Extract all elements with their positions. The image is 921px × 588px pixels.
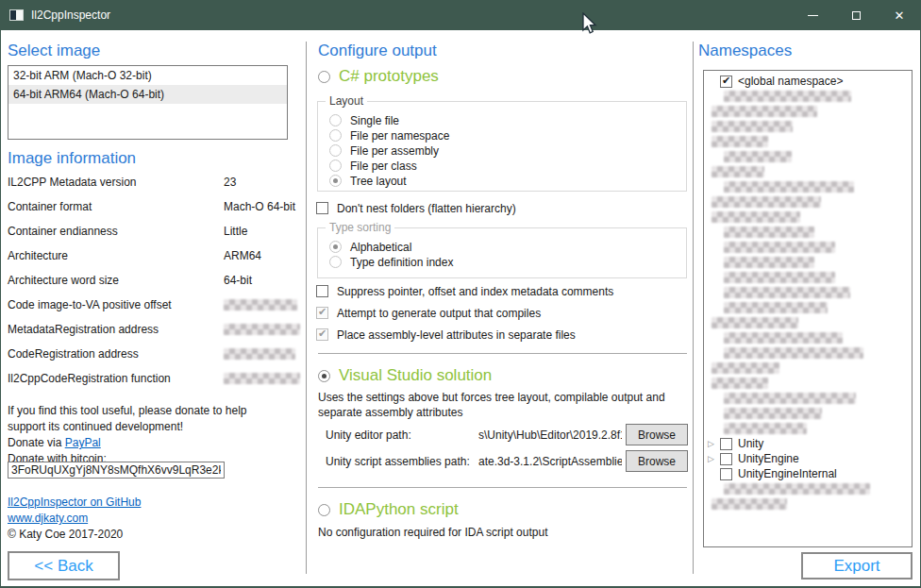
info-row: Architecture word size64-bit [8,274,300,298]
browse-editor-button[interactable]: Browse [626,424,688,445]
bitcoin-address-input[interactable] [8,462,225,479]
layout-option-label: File per assembly [350,144,439,158]
layout-option[interactable]: File per class [329,159,686,173]
radio-icon [329,256,342,268]
image-option[interactable]: 64-bit ARM64 (Mach-O 64-bit) [8,85,287,104]
expander-icon[interactable]: ▷ [708,436,720,451]
info-label: CodeRegistration address [8,347,224,361]
dont-nest-checkbox[interactable]: Don't nest folders (flatten hierarchy) [316,197,516,219]
checkbox-icon[interactable] [720,76,732,88]
namespace-redacted-row [704,164,912,179]
namespace-label: UnityEngineInternal [738,467,837,480]
layout-option[interactable]: Tree layout [329,174,686,188]
namespace-redacted-row [704,104,912,119]
namespace-label: UnityEngine [738,452,799,465]
expander-icon[interactable]: ▷ [708,451,720,466]
output-option-checkbox[interactable]: Place assembly-level attributes in separ… [316,324,613,345]
layout-option[interactable]: File per assembly [329,143,686,158]
csharp-prototypes-radio[interactable]: C# prototypes [318,67,439,86]
namespace-item[interactable]: ▷Unity [704,436,912,451]
namespace-redacted-row [704,315,912,330]
close-button[interactable]: ✕ [878,0,921,30]
info-label: Container endianness [8,225,224,238]
export-button[interactable]: Export [801,552,913,580]
info-value: 23 [224,176,236,189]
info-value: 64-bit [224,274,252,287]
info-row: Container formatMach-O 64-bit [8,200,300,225]
checkbox-icon[interactable] [720,453,732,465]
donate-block: If you find this tool useful, please don… [8,403,296,467]
namespace-item[interactable]: <global namespace> [704,74,912,89]
layout-option[interactable]: Single file [329,113,686,127]
type-sorting-option[interactable]: Type definition index [329,255,686,269]
redacted-namespace [724,302,828,313]
namespace-redacted-row [704,119,912,134]
type-sorting-group-label: Type sorting [326,221,394,234]
unity-script-path-row: Unity script assemblies path: ate.3d-3.1… [326,449,688,473]
redacted-namespace [724,483,870,495]
type-sorting-option[interactable]: Alphabetical [329,240,686,254]
redacted-namespace [724,181,854,193]
info-row: Container endiannessLittle [8,225,300,249]
redacted-namespace [712,166,764,177]
image-listbox[interactable]: 32-bit ARM (Mach-O 32-bit)64-bit ARM64 (… [8,65,288,140]
redacted-namespace [724,347,863,359]
checkbox-icon [316,202,328,214]
github-link[interactable]: Il2CppInspector on GitHub [8,496,141,509]
image-option[interactable]: 32-bit ARM (Mach-O 32-bit) [8,66,287,85]
output-option-checkbox[interactable]: Suppress pointer, offset and index metad… [316,280,613,302]
radio-icon [329,129,342,142]
section-separator-2 [318,487,687,488]
info-label: MetadataRegistration address [8,323,224,336]
type-sorting-options: AlphabeticalType definition index [318,228,686,269]
redacted-namespace [724,332,843,344]
links-block: Il2CppInspector on GitHub www.djkaty.com… [8,495,141,543]
redacted-namespace [724,408,822,419]
redacted-namespace [724,257,814,268]
namespaces-listbox[interactable]: <global namespace>▷Unity▷UnityEngineUnit… [703,70,913,547]
output-checkboxes: Suppress pointer, offset and index metad… [316,280,613,345]
app-window: Il2CppInspector ✕ Select image 32-bit AR… [0,0,921,588]
redacted-namespace [724,272,835,283]
paypal-link[interactable]: PayPal [65,436,101,449]
layout-options: Single fileFile per namespaceFile per as… [318,102,686,188]
namespace-redacted-row [704,149,912,164]
idapython-radio[interactable]: IDAPython script [318,500,459,519]
maximize-button[interactable] [834,0,878,30]
namespace-redacted-row [704,345,912,361]
close-icon: ✕ [895,8,905,23]
namespace-label: Unity [738,437,763,450]
info-row: CodeRegistration address [8,347,300,372]
info-label: IL2CPP Metadata version [8,176,224,189]
titlebar[interactable]: Il2CppInspector ✕ [0,0,921,30]
namespace-redacted-row [704,179,912,194]
namespace-redacted-row [704,134,912,149]
redacted-namespace [712,121,793,132]
namespace-item[interactable]: ▷UnityEngine [704,451,912,466]
back-button[interactable]: << Back [8,551,120,580]
section-separator-1 [318,353,687,354]
visual-studio-radio[interactable]: Visual Studio solution [318,366,492,385]
idapython-description: No configuration required for IDA script… [318,525,690,540]
namespace-item[interactable]: UnityEngineInternal [704,466,912,481]
redacted-value [224,348,295,360]
namespace-redacted-row [704,255,912,270]
layout-option[interactable]: File per namespace [329,128,686,143]
output-option-checkbox[interactable]: Attempt to generate output that compiles [316,302,613,324]
website-link[interactable]: www.djkaty.com [8,512,88,525]
minimize-button[interactable] [791,0,834,30]
layout-group-label: Layout [326,94,367,108]
namespace-redacted-row [704,391,912,406]
checkbox-icon[interactable] [720,438,732,450]
layout-option-label: Tree layout [350,175,407,188]
visual-studio-description: Uses the settings above but forces tree … [318,390,690,420]
radio-icon [318,370,330,382]
redacted-value [224,373,300,384]
checkbox-icon[interactable] [720,468,732,480]
radio-icon [318,71,330,83]
namespace-redacted-row [704,270,912,285]
unity-script-path-value: ate.3d-3.1.2\ScriptAssemblies [478,455,622,468]
maximize-icon [852,11,861,20]
redacted-namespace [712,362,779,374]
browse-script-button[interactable]: Browse [626,450,688,472]
